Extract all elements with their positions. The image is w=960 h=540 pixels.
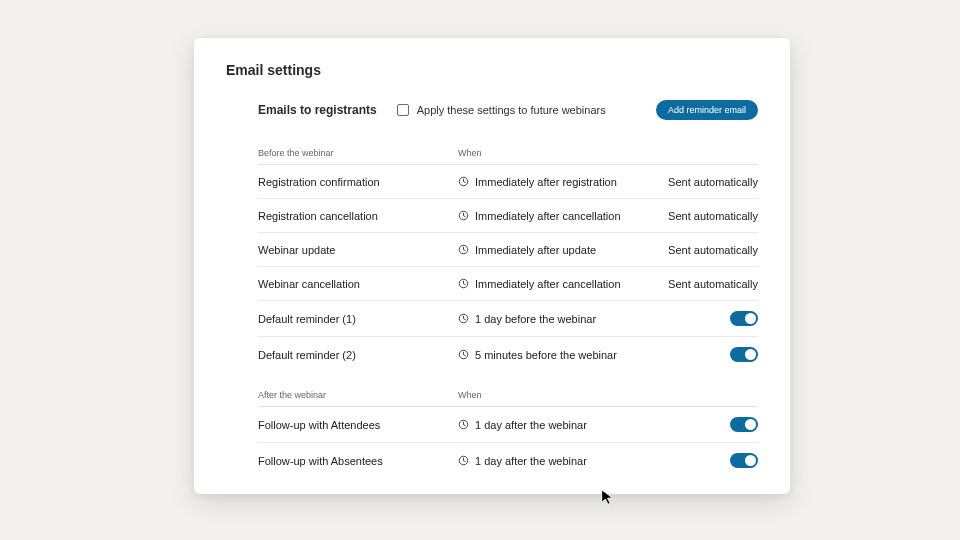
clock-icon	[458, 313, 469, 324]
clock-icon	[458, 176, 469, 187]
toggle-switch[interactable]	[730, 417, 758, 432]
settings-card: Email settings Emails to registrants App…	[194, 38, 790, 494]
table-row: Follow-up with Attendees1 day after the …	[258, 407, 758, 443]
row-when-text: 1 day after the webinar	[475, 455, 587, 467]
toggle-switch[interactable]	[730, 311, 758, 326]
row-name: Webinar update	[258, 244, 458, 256]
row-when: 5 minutes before the webinar	[458, 349, 638, 361]
clock-icon	[458, 210, 469, 221]
row-when-text: Immediately after cancellation	[475, 210, 621, 222]
row-when: 1 day after the webinar	[458, 419, 638, 431]
toggle-switch[interactable]	[730, 347, 758, 362]
row-when-text: Immediately after cancellation	[475, 278, 621, 290]
section-head-mid: When	[458, 148, 638, 158]
section-head-left: After the webinar	[258, 390, 458, 400]
clock-icon	[458, 244, 469, 255]
subheader-row: Emails to registrants Apply these settin…	[258, 100, 758, 120]
row-action-text: Sent automatically	[638, 244, 758, 256]
table-row: Default reminder (1)1 day before the web…	[258, 301, 758, 337]
row-when: Immediately after cancellation	[458, 278, 638, 290]
row-when-text: 1 day after the webinar	[475, 419, 587, 431]
clock-icon	[458, 349, 469, 360]
row-when: Immediately after registration	[458, 176, 638, 188]
table-row: Default reminder (2)5 minutes before the…	[258, 337, 758, 372]
row-when: Immediately after cancellation	[458, 210, 638, 222]
row-name: Webinar cancellation	[258, 278, 458, 290]
toggle-switch[interactable]	[730, 453, 758, 468]
row-name: Follow-up with Attendees	[258, 419, 458, 431]
row-when: 1 day before the webinar	[458, 313, 638, 325]
table-row: Registration confirmationImmediately aft…	[258, 165, 758, 199]
table-row: Webinar cancellationImmediately after ca…	[258, 267, 758, 301]
section-head-after: After the webinar When	[258, 372, 758, 407]
row-action-text: Sent automatically	[638, 278, 758, 290]
table-row: Follow-up with Absentees1 day after the …	[258, 443, 758, 478]
add-reminder-button[interactable]: Add reminder email	[656, 100, 758, 120]
subtitle: Emails to registrants	[258, 103, 377, 117]
section-head-before: Before the webinar When	[258, 138, 758, 165]
row-when-text: 5 minutes before the webinar	[475, 349, 617, 361]
clock-icon	[458, 455, 469, 466]
apply-future-label: Apply these settings to future webinars	[417, 104, 606, 116]
row-name: Registration cancellation	[258, 210, 458, 222]
row-when: 1 day after the webinar	[458, 455, 638, 467]
row-when-text: Immediately after registration	[475, 176, 617, 188]
section-head-left: Before the webinar	[258, 148, 458, 158]
row-name: Registration confirmation	[258, 176, 458, 188]
row-action-text: Sent automatically	[638, 210, 758, 222]
row-when-text: Immediately after update	[475, 244, 596, 256]
page-title: Email settings	[226, 62, 758, 78]
row-name: Default reminder (2)	[258, 349, 458, 361]
clock-icon	[458, 419, 469, 430]
row-name: Follow-up with Absentees	[258, 455, 458, 467]
row-when-text: 1 day before the webinar	[475, 313, 596, 325]
table-row: Registration cancellationImmediately aft…	[258, 199, 758, 233]
row-when: Immediately after update	[458, 244, 638, 256]
row-name: Default reminder (1)	[258, 313, 458, 325]
section-head-mid: When	[458, 390, 638, 400]
emails-table: Before the webinar When Registration con…	[258, 138, 758, 478]
apply-future-checkbox[interactable]	[397, 104, 409, 116]
table-row: Webinar updateImmediately after updateSe…	[258, 233, 758, 267]
row-action-text: Sent automatically	[638, 176, 758, 188]
clock-icon	[458, 278, 469, 289]
